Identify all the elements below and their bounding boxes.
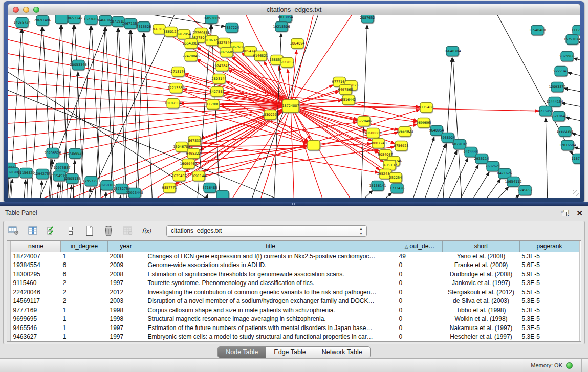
table-cell[interactable]: 9463627 xyxy=(11,333,61,342)
table-cell[interactable]: 1998 xyxy=(108,315,144,324)
float-panel-icon[interactable] xyxy=(561,209,569,217)
table-cell[interactable]: 9699695 xyxy=(11,315,61,324)
graph-node[interactable]: 117006 xyxy=(207,100,220,110)
table-cell[interactable]: 6 xyxy=(61,261,108,270)
table-cell[interactable]: 1997 xyxy=(108,279,144,288)
graph-node[interactable]: 1733426 xyxy=(390,184,405,193)
graph-node[interactable]: 12923448 xyxy=(126,188,143,198)
graph-node[interactable]: 9857771 xyxy=(162,183,177,193)
table-cell[interactable]: 5.5E-5 xyxy=(520,288,579,297)
graph-node[interactable]: 20053346 xyxy=(70,60,86,70)
graph-node[interactable]: 12505135 xyxy=(63,174,80,184)
table-row[interactable]: 1456911722003Disruption of a novel membe… xyxy=(11,297,579,306)
table-cell[interactable]: 0 xyxy=(397,288,443,297)
graph-node[interactable]: 11156829 xyxy=(17,168,34,178)
table-cell[interactable]: 5.3E-5 xyxy=(520,305,579,315)
table-row[interactable]: 911546021997Tourette syndrome. Phenomeno… xyxy=(11,279,579,288)
table-cell[interactable]: 5.9E-5 xyxy=(520,270,579,279)
table-cell[interactable]: 5.3E-5 xyxy=(520,297,579,306)
table-cell[interactable]: 2009 xyxy=(108,261,144,270)
graph-node[interactable]: 7857224 xyxy=(225,23,239,33)
table-cell[interactable]: Changes of HCN gene expression and I(f) … xyxy=(144,252,397,261)
table-cell[interactable]: 2012 xyxy=(108,288,144,297)
table-cell[interactable]: 2008 xyxy=(108,252,144,261)
graph-node[interactable]: 867833 xyxy=(188,136,201,146)
graph-node[interactable]: 2718176 xyxy=(171,67,186,77)
table-selector-dropdown[interactable]: citations_edges.txt ▲▼ xyxy=(166,225,367,237)
graph-node[interactable]: 19654923 xyxy=(396,127,413,137)
table-cell[interactable]: 18724007 xyxy=(11,252,61,261)
graph-node[interactable]: 19218506 xyxy=(273,22,290,32)
graph-node[interactable]: 9498222 xyxy=(186,149,201,159)
graph-node[interactable]: 1167531 xyxy=(572,154,580,164)
graph-node[interactable]: 9115460 xyxy=(419,103,434,113)
network-window-titlebar[interactable]: citations_edges.txt xyxy=(8,4,580,15)
show-column-button[interactable] xyxy=(27,225,39,237)
table-cell[interactable]: 2008 xyxy=(108,270,144,279)
split-pane-divider[interactable] xyxy=(0,202,588,206)
graph-node[interactable]: 9329966 xyxy=(560,52,575,61)
table-cell[interactable]: 0 xyxy=(397,315,443,324)
table-row[interactable]: 2242004622012Investigating the contribut… xyxy=(11,288,579,297)
graph-node[interactable]: 2935114 xyxy=(474,154,489,164)
table-cell[interactable]: 0 xyxy=(397,333,443,342)
table-cell[interactable]: Disruption of a novel member of a sodium… xyxy=(144,297,397,306)
graph-node[interactable]: 18300295 xyxy=(262,110,278,120)
table-cell[interactable]: Jankovic et al. (1997) xyxy=(443,279,520,288)
graph-node[interactable]: 9242845 xyxy=(215,61,230,71)
table-cell[interactable]: 1 xyxy=(61,315,108,324)
table-cell[interactable]: 19384554 xyxy=(11,261,61,270)
table-cell[interactable]: Estimation of the future numbers of pati… xyxy=(144,323,397,333)
graph-node[interactable]: 9756928 xyxy=(394,141,409,151)
graph-node[interactable]: 18107554 xyxy=(164,99,181,108)
table-cell[interactable]: 5.3E-5 xyxy=(520,252,579,261)
table-cell[interactable]: 49 xyxy=(397,252,443,261)
table-scrollbar[interactable] xyxy=(579,241,581,341)
table-cell[interactable]: 0 xyxy=(397,270,443,279)
table-cell[interactable]: 5.3E-5 xyxy=(520,323,579,333)
graph-node[interactable]: 12093872 xyxy=(549,82,565,92)
table-cell[interactable]: Genome-wide association studies in ADHD. xyxy=(144,261,397,270)
graph-node[interactable]: 9245652 xyxy=(518,186,533,195)
table-cell[interactable]: 1997 xyxy=(108,333,144,342)
table-row[interactable]: 969969511998Structural magnetic resonanc… xyxy=(11,315,579,324)
table-settings-button[interactable] xyxy=(8,225,20,237)
table-cell[interactable]: 0 xyxy=(397,279,443,288)
graph-node[interactable]: 6879197 xyxy=(452,140,467,149)
table-cell[interactable]: Investigating the contribution of common… xyxy=(144,288,397,297)
graph-node[interactable] xyxy=(308,141,320,150)
close-panel-icon[interactable]: ✕ xyxy=(576,209,583,217)
graph-node[interactable]: 6497568 xyxy=(338,85,353,95)
graph-node[interactable]: 16543982 xyxy=(182,39,199,49)
table-cell[interactable]: Nakamura et al. (1997) xyxy=(443,323,520,333)
graph-node[interactable]: 12213389 xyxy=(167,83,184,93)
function-builder-button[interactable]: f(x) xyxy=(140,225,153,237)
select-columns-button[interactable] xyxy=(46,225,58,237)
column-header-short[interactable]: short xyxy=(443,241,520,252)
table-cell[interactable]: 14569117 xyxy=(11,297,61,306)
table-cell[interactable]: 2003 xyxy=(108,297,144,306)
hub-node[interactable]: 18724007 xyxy=(282,100,299,113)
graph-node[interactable] xyxy=(216,191,229,198)
tab-edge-table[interactable]: Edge Table xyxy=(266,347,313,358)
table-cell[interactable]: 0 xyxy=(397,323,443,333)
graph-node[interactable]: 2803144 xyxy=(212,74,227,84)
column-header-name[interactable]: name xyxy=(11,241,61,252)
table-cell[interactable]: Dudbridge et al. (2008) xyxy=(443,270,520,279)
graph-node[interactable]: 9875685 xyxy=(220,48,234,57)
graph-node[interactable]: 8938924 xyxy=(441,133,455,143)
graph-node[interactable]: 16099469 xyxy=(180,159,197,169)
column-header-pagerank[interactable]: pagerank xyxy=(520,241,579,252)
table-row[interactable]: 946362711997Embryonic stem cells: a mode… xyxy=(11,333,579,342)
graph-node[interactable]: 8215953 xyxy=(538,106,553,116)
graph-node[interactable]: 9146821 xyxy=(253,51,268,61)
graph-node[interactable]: 10688609 xyxy=(364,128,381,138)
network-nodes[interactable]: 1405572420691406106532471527602646616010… xyxy=(8,15,580,198)
row-height-button[interactable] xyxy=(64,225,77,237)
column-header-year[interactable]: year xyxy=(108,241,144,252)
table-cell[interactable]: Embryonic stem cells: a model to study s… xyxy=(144,333,397,342)
graph-node[interactable]: 252254 xyxy=(389,173,402,183)
table-cell[interactable]: 1 xyxy=(61,323,108,333)
graph-node[interactable]: 16053809 xyxy=(203,15,220,24)
table-cell[interactable]: Yano et al. (2008) xyxy=(443,252,520,261)
